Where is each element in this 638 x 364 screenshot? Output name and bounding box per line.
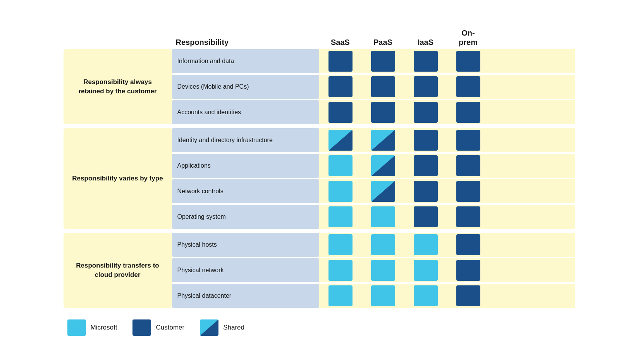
- indicator-customer: [371, 51, 395, 72]
- indicator-saas: [319, 284, 362, 308]
- indicator-customer: [456, 51, 480, 72]
- indicator-customer: [328, 51, 353, 72]
- indicator-customer: [414, 102, 438, 123]
- indicator-paas: [362, 179, 404, 203]
- indicator-paas: [362, 75, 404, 99]
- indicator-customer: [328, 76, 353, 97]
- indicator-customer: [456, 206, 480, 227]
- indicator-microsoft: [328, 234, 353, 255]
- indicator-onprem: [447, 205, 490, 229]
- main-table: Responsibility SaaS PaaS IaaS On-prem Re…: [64, 28, 575, 336]
- rows-area-varies-by-type: Identity and directory infrastructure Ap…: [172, 128, 575, 229]
- indicator-microsoft: [371, 285, 395, 306]
- indicator-shared: [371, 130, 395, 151]
- indicator-customer: [414, 206, 438, 227]
- indicator-saas: [319, 128, 362, 152]
- indicator-customer: [456, 260, 480, 281]
- indicator-cells: [319, 75, 490, 99]
- indicator-saas: [319, 49, 362, 73]
- indicator-cells: [319, 205, 490, 229]
- row-label: Network controls: [172, 179, 319, 203]
- indicator-onprem: [447, 233, 490, 257]
- table-row: Accounts and identities: [172, 100, 575, 124]
- indicator-iaas: [404, 284, 447, 308]
- indicator-cells: [319, 100, 490, 124]
- row-label: Physical network: [172, 258, 319, 282]
- table-row: Devices (Mobile and PCs): [172, 75, 575, 99]
- indicator-customer: [371, 76, 395, 97]
- indicator-paas: [362, 284, 404, 308]
- legend-customer-label: Customer: [156, 324, 184, 331]
- indicator-onprem: [447, 179, 490, 203]
- indicator-cells: [319, 128, 490, 152]
- indicator-cells: [319, 154, 490, 178]
- indicator-microsoft: [371, 234, 395, 255]
- table-row: Operating system: [172, 205, 575, 229]
- indicator-paas: [362, 128, 404, 152]
- indicator-paas: [362, 154, 404, 178]
- indicator-onprem: [447, 49, 490, 73]
- indicator-onprem: [447, 258, 490, 282]
- indicator-microsoft: [328, 181, 353, 202]
- indicator-microsoft: [371, 260, 395, 281]
- indicator-customer: [456, 102, 480, 123]
- indicator-customer: [456, 234, 480, 255]
- rows-area-transfers-to-provider: Physical hosts Physical network Physical…: [172, 233, 575, 308]
- indicator-customer: [456, 285, 480, 306]
- indicator-iaas: [404, 233, 447, 257]
- row-label: Physical hosts: [172, 233, 319, 257]
- legend-item-microsoft: Microsoft: [67, 319, 117, 336]
- section-transfers-to-provider: Responsibility transfers to cloud provid…: [64, 233, 575, 308]
- indicator-customer: [414, 130, 438, 151]
- row-label: Accounts and identities: [172, 100, 319, 124]
- indicator-saas: [319, 258, 362, 282]
- indicator-shared: [328, 130, 353, 151]
- indicator-microsoft: [414, 285, 438, 306]
- row-label: Information and data: [172, 49, 319, 73]
- indicator-iaas: [404, 100, 447, 124]
- col-header-paas: PaaS: [362, 38, 404, 47]
- indicator-customer: [414, 181, 438, 202]
- indicator-iaas: [404, 205, 447, 229]
- indicator-onprem: [447, 128, 490, 152]
- legend-microsoft-square: [67, 319, 86, 336]
- indicator-cells: [319, 258, 490, 282]
- section-always-customer: Responsibility always retained by the cu…: [64, 49, 575, 124]
- legend-microsoft-label: Microsoft: [91, 324, 117, 331]
- chart-container: Responsibility SaaS PaaS IaaS On-prem Re…: [48, 17, 590, 347]
- legend-row: Microsoft Customer Shared: [64, 319, 575, 336]
- indicator-customer: [371, 102, 395, 123]
- legend-customer-square: [132, 319, 151, 336]
- indicator-customer: [456, 130, 480, 151]
- indicator-saas: [319, 100, 362, 124]
- section-label-text: Responsibility always retained by the cu…: [71, 77, 164, 96]
- section-label-transfers-to-provider: Responsibility transfers to cloud provid…: [64, 233, 172, 308]
- indicator-cells: [319, 284, 490, 308]
- header-row: Responsibility SaaS PaaS IaaS On-prem: [64, 28, 575, 47]
- indicator-customer: [456, 76, 480, 97]
- row-label: Operating system: [172, 205, 319, 229]
- indicator-cells: [319, 233, 490, 257]
- indicator-shared: [371, 181, 395, 202]
- col-header-onprem: On-prem: [447, 28, 490, 47]
- indicator-paas: [362, 49, 404, 73]
- indicator-microsoft: [414, 234, 438, 255]
- legend-shared-square: [200, 319, 218, 336]
- indicator-customer: [456, 155, 480, 176]
- indicator-saas: [319, 75, 362, 99]
- indicator-paas: [362, 233, 404, 257]
- table-row: Physical network: [172, 258, 575, 282]
- rows-area-always-customer: Information and data Devices (Mobile and…: [172, 49, 575, 124]
- indicator-onprem: [447, 100, 490, 124]
- table-row: Information and data: [172, 49, 575, 73]
- indicator-customer: [414, 51, 438, 72]
- legend-item-customer: Customer: [132, 319, 184, 336]
- indicator-microsoft: [328, 285, 353, 306]
- indicator-customer: [328, 102, 353, 123]
- row-label: Identity and directory infrastructure: [172, 128, 319, 152]
- indicator-onprem: [447, 284, 490, 308]
- section-label-text: Responsibility transfers to cloud provid…: [71, 261, 164, 280]
- indicator-customer: [414, 155, 438, 176]
- indicator-shared: [371, 155, 395, 176]
- indicator-saas: [319, 205, 362, 229]
